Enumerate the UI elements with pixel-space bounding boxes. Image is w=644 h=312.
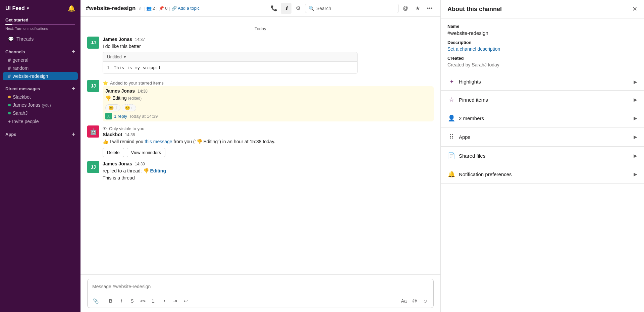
avatar: JJ: [87, 80, 99, 92]
more-button[interactable]: •••: [424, 3, 435, 14]
set-description-link[interactable]: Set a channel description: [447, 46, 637, 52]
view-reminders-button[interactable]: View reminders: [127, 148, 165, 157]
avatar: JJ: [87, 37, 99, 49]
mention-button[interactable]: @: [410, 296, 419, 306]
emoji-button[interactable]: ☺: [421, 296, 430, 306]
search-input[interactable]: [316, 6, 395, 11]
channel-star-icon[interactable]: ☆: [138, 6, 142, 11]
channel-info: Name #website-redesign Description Set a…: [441, 18, 644, 73]
date-label: Today: [255, 26, 266, 31]
get-started-label[interactable]: Get started: [5, 17, 75, 22]
workspace-label: UI Feed: [5, 5, 25, 11]
pinned-icon: ☆: [447, 96, 455, 103]
info-button[interactable]: ℹ: [281, 3, 291, 14]
snippet-header: Untitled ▾: [103, 52, 357, 62]
message-input-field[interactable]: [88, 279, 433, 294]
add-reaction-button[interactable]: 🙂+: [122, 104, 136, 111]
text-style-button[interactable]: Aa: [399, 296, 409, 306]
right-panel: About this channel ✕ Name #website-redes…: [440, 0, 644, 312]
sidebar-item-random[interactable]: # random: [3, 64, 78, 72]
add-dm-button[interactable]: +: [71, 86, 75, 92]
gear-button[interactable]: ⚙: [293, 3, 304, 14]
close-button[interactable]: ✕: [632, 5, 637, 13]
code-button[interactable]: <>: [138, 296, 148, 306]
message-time: 14:38: [138, 89, 148, 94]
sidebar-item-general[interactable]: # general: [3, 56, 78, 64]
workspace-name[interactable]: UI Feed ▾: [5, 5, 29, 11]
avatar: 🤖: [87, 125, 99, 138]
sidebar-nav: 💬 Threads: [0, 32, 80, 46]
notification-label: Notification preferences: [459, 171, 512, 177]
meta-divider: |: [144, 6, 145, 11]
reactions-row: 😊 1 🙂+: [105, 103, 431, 111]
snippet-dropdown-icon[interactable]: ▾: [124, 54, 126, 59]
block-button[interactable]: ↩: [181, 296, 191, 306]
this-message-link[interactable]: this message: [145, 139, 172, 144]
message-group: JJ James Jonas 14:39 replied to a thread…: [87, 161, 434, 181]
at-button[interactable]: @: [400, 3, 411, 14]
apps-label: Apps: [459, 134, 470, 140]
channel-hash-icon: #: [8, 65, 11, 71]
add-app-button[interactable]: +: [71, 131, 75, 137]
message-input-toolbar: 📎 B I S <> 1. • ⇥ ↩ Aa @ ☺: [88, 294, 433, 308]
strikethrough-button[interactable]: S: [127, 296, 137, 306]
sidebar-dm-slackbot[interactable]: Slackbot: [3, 93, 78, 101]
highlights-icon: ✦: [447, 79, 455, 85]
members-count-icon: 👥 2: [146, 6, 155, 11]
attach-button[interactable]: 📎: [91, 296, 100, 306]
description-label: Description: [447, 40, 637, 45]
pinned-items-item[interactable]: ☆ Pinned items ▶: [441, 91, 644, 109]
main-content: #website-redesign ☆ | 👥 2 | 📌 0 | 🔗 Add …: [80, 0, 440, 312]
italic-button[interactable]: I: [117, 296, 126, 306]
reaction-item[interactable]: 😊 1: [105, 104, 120, 111]
quote-button[interactable]: ⇥: [170, 296, 180, 306]
sidebar-item-threads[interactable]: 💬 Threads: [3, 35, 78, 43]
pinned-items-left: ☆ Pinned items: [447, 96, 488, 103]
search-bar[interactable]: 🔍: [305, 4, 399, 13]
sidebar-dm-james[interactable]: James Jonas (you): [3, 101, 78, 109]
sidebar-dm-sarahj[interactable]: SarahJ: [3, 109, 78, 117]
notification-preferences-item[interactable]: 🔔 Notification preferences ▶: [441, 165, 644, 184]
link-icon: 🔗: [171, 6, 177, 11]
members-icon: 👤: [447, 114, 455, 122]
add-channel-button[interactable]: +: [71, 49, 75, 55]
apps-item[interactable]: ⠿ Apps ▶: [441, 127, 644, 147]
add-topic-link[interactable]: 🔗 Add a topic: [171, 6, 200, 11]
sidebar-item-website-redesign[interactable]: # website-redesign: [3, 72, 78, 80]
sidebar-header: UI Feed ▾ 🔔: [0, 0, 80, 15]
message-header: James Jonas 14:37: [103, 37, 434, 42]
delete-button[interactable]: Delete: [103, 148, 124, 157]
message-author: James Jonas: [105, 88, 135, 94]
starred-notification: ⭐ Added to your starred items: [103, 80, 434, 86]
shared-files-label: Shared files: [459, 153, 485, 159]
channel-hash-icon: #: [8, 73, 11, 79]
dm-james-label: James Jonas (you): [13, 102, 51, 108]
snippet-title: Untitled: [107, 54, 122, 59]
bold-button[interactable]: B: [106, 296, 115, 306]
get-started-section: Get started Next: Turn on notifications: [0, 15, 80, 32]
unordered-list-button[interactable]: •: [160, 296, 169, 306]
snippet-block: Untitled ▾ 1 This is my snippit: [103, 52, 358, 74]
highlights-label: Highlights: [459, 79, 481, 85]
highlights-item[interactable]: ✦ Highlights ▶: [441, 73, 644, 91]
shared-files-left: 📄 Shared files: [447, 152, 485, 159]
bell-icon[interactable]: 🔔: [68, 5, 75, 12]
reaction-emoji: 😊: [108, 105, 114, 110]
shared-files-icon: 📄: [447, 152, 455, 159]
star-button[interactable]: ★: [412, 3, 423, 14]
members-item[interactable]: 👤 2 members ▶: [441, 109, 644, 127]
notification-pref-left: 🔔 Notification preferences: [447, 170, 512, 178]
message-content: James Jonas 14:39 replied to a thread: 👎…: [103, 161, 434, 181]
editing-thread-link[interactable]: Editing: [150, 168, 166, 173]
reply-line[interactable]: JJ 1 reply Today at 14:39: [105, 113, 431, 119]
eye-icon: 👁: [103, 126, 107, 131]
reaction-count: 1: [115, 105, 117, 110]
ordered-list-button[interactable]: 1.: [149, 296, 158, 306]
shared-files-item[interactable]: 📄 Shared files ▶: [441, 147, 644, 165]
threads-label: Threads: [16, 36, 34, 42]
message-text: 👍 I will remind you this message from yo…: [103, 138, 434, 145]
invite-people-button[interactable]: + Invite people: [3, 117, 78, 126]
call-button[interactable]: 📞: [269, 3, 279, 14]
channel-meta: ☆ | 👥 2 | 📌 0 | 🔗 Add a topic: [138, 6, 200, 11]
get-started-next: Next: Turn on notifications: [5, 27, 75, 31]
